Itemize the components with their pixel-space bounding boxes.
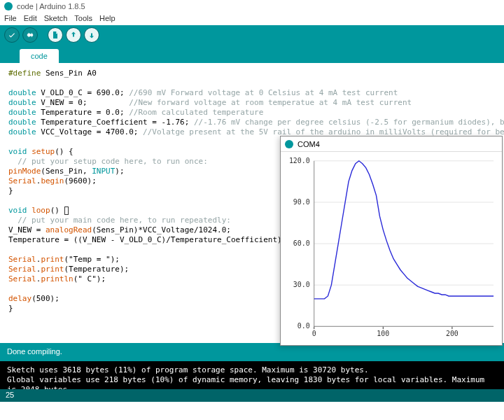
line-number: 25 [6,391,14,399]
menu-edit[interactable]: Edit [24,14,37,24]
line-chart: 120.090.060.030.00.00100200 [284,155,499,344]
svg-text:90.0: 90.0 [293,198,310,206]
status-text: Done compiling. [7,347,62,356]
console-line: Sketch uses 3618 bytes (11%) of program … [7,365,497,375]
plot-title: COM4 [298,140,320,148]
menu-help[interactable]: Help [99,14,115,24]
upload-button[interactable] [22,27,38,43]
serial-plotter-window[interactable]: COM4 120.090.060.030.00.00100200 [280,136,503,346]
save-button[interactable] [84,27,99,43]
console: Sketch uses 3618 bytes (11%) of program … [0,361,504,389]
menubar: File Edit Sketch Tools Help [0,13,504,25]
menu-file[interactable]: File [4,14,17,24]
plot-titlebar[interactable]: COM4 [281,136,502,152]
arduino-logo-icon [285,140,293,148]
svg-text:100: 100 [377,330,389,337]
svg-text:0: 0 [312,330,316,337]
tabstrip: code [0,45,504,63]
verify-button[interactable] [4,27,20,43]
menu-tools[interactable]: Tools [74,14,92,24]
cursor-icon [64,206,69,215]
menu-sketch[interactable]: Sketch [44,14,68,24]
svg-text:120.0: 120.0 [289,157,310,164]
arduino-logo-icon [4,2,13,10]
toolbar [0,25,504,45]
titlebar: code | Arduino 1.8.5 [0,0,504,13]
console-line: Global variables use 218 bytes (10%) of … [7,375,497,389]
footer: 25 [0,389,504,402]
tab-code[interactable]: code [20,49,59,63]
open-button[interactable] [66,27,81,43]
svg-text:30.0: 30.0 [293,281,310,288]
new-button[interactable] [48,27,63,43]
window-title: code | Arduino 1.8.5 [17,2,85,10]
svg-text:60.0: 60.0 [293,239,310,247]
plot-area: 120.090.060.030.00.00100200 [281,152,502,348]
svg-text:200: 200 [446,330,458,337]
svg-text:0.0: 0.0 [298,322,310,330]
